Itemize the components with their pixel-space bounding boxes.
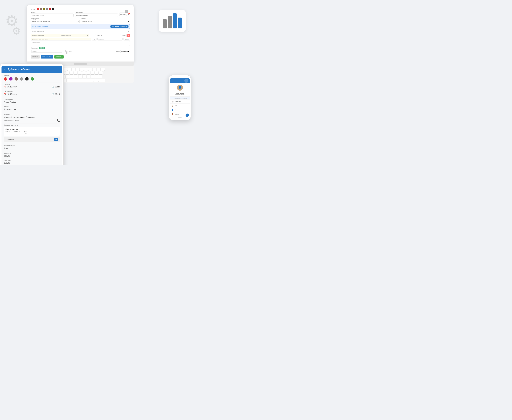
search-client-bar[interactable]: 🔍 Выбрать клиента + ДОБАВИТЬ КЛИЕНТА (31, 24, 130, 29)
key-alt-right (94, 79, 98, 82)
comment-label: Комментарий (4, 145, 60, 146)
tablet-title: Добавить событие (8, 68, 30, 71)
color-olive[interactable] (43, 8, 45, 10)
comment-value[interactable]: Комм (4, 147, 60, 150)
employee-hall-row: Сотрудник : Лилия, Мастер маникюра Залы … (31, 18, 130, 23)
payment-method-select[interactable]: Наличный ▾ (120, 50, 130, 53)
total-label: К оплате: (4, 152, 60, 154)
end-input[interactable]: 28.12.2020 10:45 (75, 14, 118, 17)
divider-6 (4, 152, 60, 152)
color-red-dot[interactable]: ✓ (4, 77, 7, 81)
app-name: appsimer (177, 91, 182, 92)
service-name-field[interactable]: Французский дизайн Маникюр, педикюр ▾ (31, 34, 89, 37)
nachalo-label: Начало: (4, 83, 60, 85)
phone-home-indicator (178, 117, 182, 118)
modal-close-button[interactable]: ✕ (125, 10, 128, 13)
color-darkred[interactable] (49, 8, 51, 10)
okonchanie-date[interactable]: 📅 18.12.2020 (4, 93, 16, 95)
service-item-name: Консультация (6, 128, 58, 130)
okonchanie-time[interactable]: 🕐 10:10 (52, 93, 60, 95)
duration-input[interactable]: 30 мин. (119, 13, 127, 16)
service-qty-field[interactable]: 1 (90, 34, 94, 37)
client-select[interactable]: Выбрать клиента ▾ (31, 30, 130, 33)
metka-label: Метка (4, 75, 60, 77)
qty-value[interactable]: 1 (6, 133, 10, 135)
chevron-icon-2: ▾ (90, 38, 90, 40)
entered-value[interactable] (31, 52, 62, 53)
color-gray[interactable] (46, 8, 48, 10)
key-g (82, 71, 86, 75)
gear-decorations: ⚙ ⚙ (5, 13, 21, 37)
metka-label: Метка: (31, 8, 36, 10)
color-black-dot[interactable] (25, 77, 29, 81)
add-service-field[interactable]: Добавить товар или услугу ▾ (31, 38, 91, 40)
key-i (92, 68, 96, 71)
key-t (80, 68, 84, 71)
payment-section: К оплате : 50.00 (31, 47, 130, 49)
paid-value[interactable]: 0.00 (65, 52, 96, 54)
color-green-dot[interactable]: ✓ (31, 77, 34, 81)
discount-field[interactable]: Скидка % (95, 34, 119, 37)
key-u (88, 68, 92, 71)
account-value: Наличный (122, 51, 128, 52)
cancel-button[interactable]: ОТМЕНА (31, 55, 40, 59)
free-payment-button[interactable]: БЕЗ ОПЛАТЫ (41, 55, 53, 59)
end-field: Окончание : 28.12.2020 10:45 (75, 12, 118, 17)
add-client-button[interactable]: + ДОБАВИТЬ КЛИЕНТА (110, 25, 129, 28)
add-service-qty[interactable]: 1 (92, 38, 97, 40)
phone-location: ✂ Барбершоп на Кирова (170, 97, 190, 99)
color-black[interactable] (52, 8, 54, 10)
payment-method-col: Счет Наличный ▾ (99, 50, 130, 53)
nachalo-section: Начало: 📅 18.12.2020 🕐 09:20 (4, 83, 60, 89)
services-section: Товары и услуги: Консультация Кол-во 1 С… (4, 124, 60, 142)
key-o (97, 68, 100, 71)
logout-menu-label: Выйти (175, 113, 179, 115)
add-service-label: Добавить (6, 138, 14, 141)
price-value[interactable]: 150 (23, 133, 27, 135)
key-a (65, 71, 69, 75)
nachalo-time[interactable]: 🕐 09:20 (52, 86, 60, 88)
comment-field[interactable]: Комментарий (31, 41, 130, 46)
color-red[interactable] (37, 8, 39, 10)
pay-button[interactable]: ОПЛАТА (54, 55, 64, 59)
phone-menu-item-calendar[interactable]: 📅 Календарь (170, 99, 190, 104)
start-input[interactable]: 28.12.2020 10:15 (31, 14, 74, 17)
hall-select[interactable]: Список пустой (81, 20, 130, 23)
zaly-value[interactable]: Косметология (4, 108, 60, 111)
phone-menu-item-clients[interactable]: 👤 Клиенты (170, 108, 190, 112)
key-y (84, 68, 88, 71)
user-avatar: 👤 (177, 85, 183, 91)
key-j (91, 71, 94, 75)
color-gray-dot[interactable] (20, 77, 23, 81)
start-label: Начало : (31, 12, 74, 13)
nachalo-datetime-row: 📅 18.12.2020 🕐 09:20 (4, 86, 60, 89)
back-button[interactable]: ← (4, 68, 7, 71)
phone-menu-item-halls[interactable]: 🏠 Залы (170, 104, 190, 108)
employee-select[interactable]: Лилия, Мастер маникюра (31, 20, 80, 23)
price-field[interactable]: 50.00 (120, 34, 127, 37)
key-l (99, 71, 103, 75)
divider-1 (4, 82, 60, 82)
add-discount-field[interactable]: Скидка % (97, 38, 123, 40)
payment-amount: 50.00 (39, 47, 46, 49)
hall-label: Залы : (81, 18, 130, 20)
start-field: Начало : 28.12.2020 10:15 (31, 12, 74, 17)
color-purple-dot[interactable] (9, 77, 13, 81)
nachalo-date[interactable]: 📅 18.12.2020 (4, 86, 16, 88)
add-service-button[interactable]: Добавить + (4, 137, 60, 142)
sotrudnik-value[interactable]: Вадим Барбер (4, 101, 60, 104)
add-price-field[interactable]: 1 цена (123, 38, 130, 40)
color-brown[interactable] (40, 8, 42, 10)
phone-call-icon[interactable]: 📞 (57, 119, 60, 122)
paid-col: Оплачено 0.00 (65, 50, 96, 54)
metka-section: Метка ✓ ✓ (4, 75, 60, 81)
fab-button[interactable]: + (186, 113, 189, 117)
delete-service-button[interactable]: ✕ (127, 34, 130, 37)
color-brown-dot[interactable] (15, 77, 18, 81)
add-icon: + (54, 138, 58, 141)
phone-device: appsimer 👤 appsimer Иван Кузов Старший б… (169, 75, 191, 120)
klient-name[interactable]: Мария Александровна Индюкова (4, 116, 60, 119)
total-value: 350,00 (4, 155, 60, 158)
calendar-icon: 📅 (128, 13, 130, 16)
vneseno-value[interactable]: 200,00 (4, 162, 60, 165)
